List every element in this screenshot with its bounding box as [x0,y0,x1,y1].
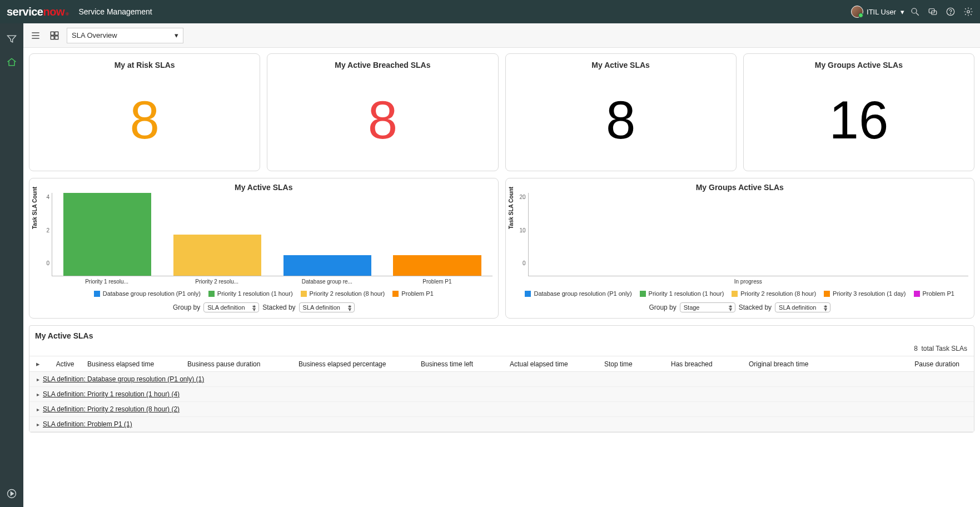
user-name: ITIL User [867,8,896,16]
product-logo[interactable]: servicenow® [7,6,68,18]
search-icon[interactable] [910,7,920,17]
chat-icon[interactable] [928,7,938,17]
svg-point-5 [951,13,951,14]
svg-line-1 [916,13,919,16]
logo-trademark: ® [66,12,68,17]
top-banner: servicenow® Service Management ITIL User… [0,0,980,23]
caret-down-icon: ▾ [901,8,904,16]
avatar [851,6,863,18]
app-title: Service Management [78,7,152,16]
svg-point-6 [967,11,970,13]
gear-icon[interactable] [963,7,973,17]
svg-point-0 [912,8,917,13]
user-menu[interactable]: ITIL User ▾ [851,6,904,18]
help-icon[interactable] [946,7,956,17]
logo-text-2: now [43,6,64,18]
logo-text-1: service [7,6,43,18]
